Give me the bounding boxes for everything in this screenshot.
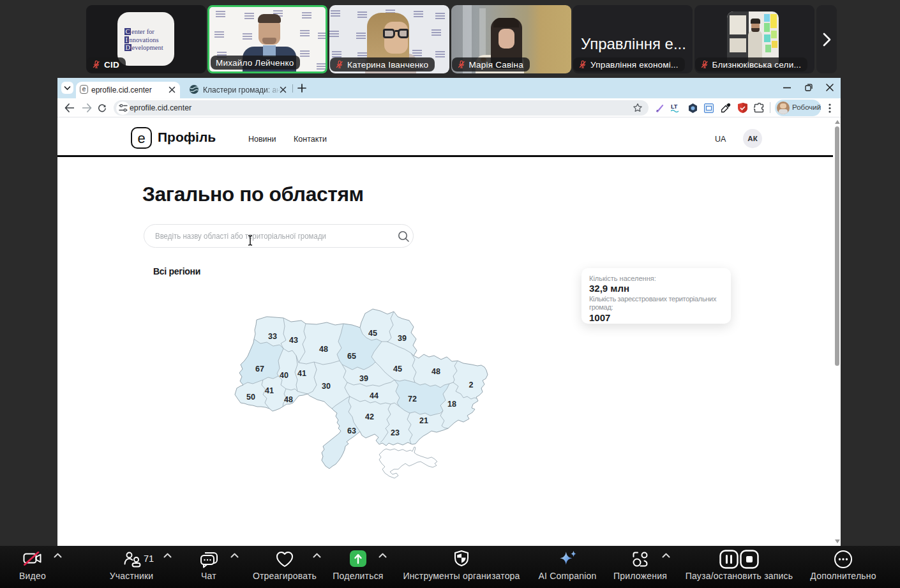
svg-text:72: 72 [408, 395, 417, 403]
svg-text:2: 2 [469, 381, 474, 389]
svg-text:48: 48 [319, 345, 328, 354]
svg-text:48: 48 [431, 367, 440, 376]
svg-text:41: 41 [297, 369, 306, 378]
svg-text:45: 45 [393, 365, 402, 373]
svg-text:42: 42 [365, 412, 374, 421]
svg-text:48: 48 [284, 395, 293, 404]
svg-text:41: 41 [265, 386, 274, 395]
svg-text:63: 63 [347, 426, 356, 435]
svg-text:45: 45 [368, 329, 377, 338]
svg-text:18: 18 [447, 400, 456, 409]
svg-text:67: 67 [255, 365, 264, 373]
svg-text:33: 33 [268, 332, 277, 341]
svg-text:39: 39 [359, 374, 368, 383]
svg-text:50: 50 [246, 393, 255, 402]
svg-text:39: 39 [398, 334, 407, 343]
svg-text:65: 65 [347, 352, 356, 361]
svg-text:43: 43 [289, 336, 298, 345]
svg-text:23: 23 [391, 428, 400, 437]
svg-text:21: 21 [419, 416, 428, 425]
svg-text:44: 44 [370, 391, 379, 400]
svg-text:30: 30 [322, 382, 331, 391]
svg-text:40: 40 [280, 371, 289, 380]
